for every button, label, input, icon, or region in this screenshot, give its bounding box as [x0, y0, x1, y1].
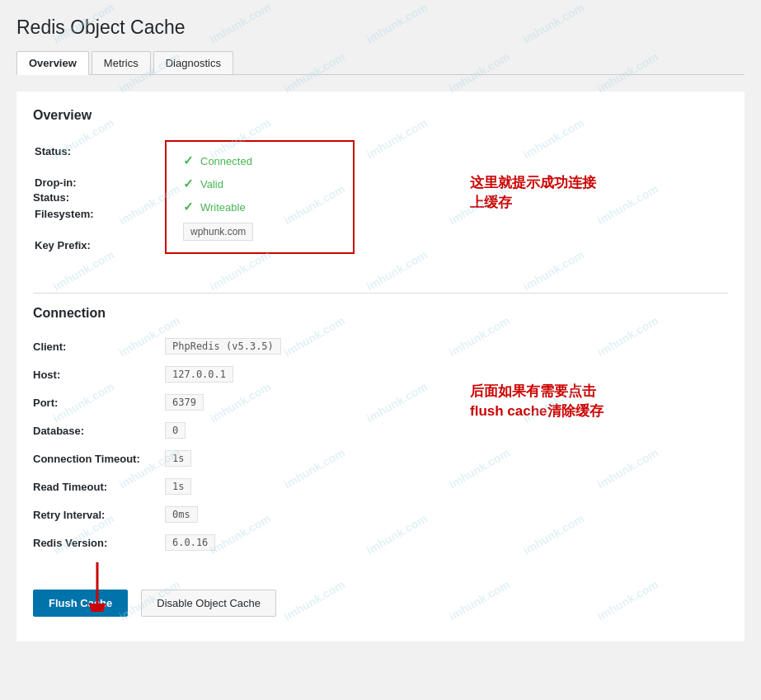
buttons-row: Flush Cache Disable Object Cache	[33, 590, 728, 617]
table-row-database: Database: 0	[33, 416, 728, 444]
table-row-read-timeout: Read Timeout: 1s	[33, 472, 728, 500]
check-icon-filesystem: ✓	[183, 200, 194, 214]
label-retry-interval: Retry Interval:	[33, 500, 165, 529]
overview-table: Status: ✓ Connected ✓ Valid	[33, 134, 445, 260]
value-port: 6379	[165, 394, 204, 411]
value-client: PhpRedis (v5.3.5)	[165, 338, 281, 355]
check-icon-dropin: ✓	[183, 176, 194, 191]
overview-heading: Overview	[33, 108, 728, 123]
tab-metrics[interactable]: Metrics	[92, 51, 151, 74]
label-host: Host:	[33, 360, 165, 388]
status-row-keyprefix: wphunk.com	[183, 223, 336, 241]
table-row-client: Client: PhpRedis (v5.3.5)	[33, 332, 728, 360]
label-port: Port:	[33, 388, 165, 416]
content-area: Overview Status: ✓ Connected	[16, 92, 745, 641]
overview-section: Overview Status: ✓ Connected	[33, 108, 728, 276]
status-connected: Connected	[200, 155, 252, 167]
page-title: Redis Object Cache	[16, 16, 745, 39]
value-connection-timeout: 1s	[165, 450, 191, 467]
status-dropin: Valid	[200, 178, 223, 190]
status-box: ✓ Connected ✓ Valid ✓ Writeable	[165, 140, 355, 254]
label-redis-version: Redis Version:	[33, 529, 165, 557]
flush-cache-button[interactable]: Flush Cache	[33, 590, 128, 617]
label-database: Database:	[33, 416, 165, 444]
key-prefix-value: wphunk.com	[183, 223, 253, 241]
value-database: 0	[165, 422, 186, 439]
table-row-retry-interval: Retry Interval: 0ms	[33, 500, 728, 529]
value-retry-interval: 0ms	[165, 506, 198, 523]
check-icon-connected: ✓	[183, 153, 194, 168]
label-client: Client:	[33, 332, 165, 360]
table-row-connection-timeout: Connection Timeout: 1s	[33, 444, 728, 472]
status-row-filesystem: ✓ Writeable	[183, 200, 336, 214]
table-row-redis-version: Redis Version: 6.0.16	[33, 529, 728, 557]
status-row-dropin: ✓ Valid	[183, 176, 336, 191]
status-row-connected: ✓ Connected	[183, 153, 336, 168]
table-row-host: Host: 127.0.0.1	[33, 360, 728, 388]
value-read-timeout: 1s	[165, 478, 191, 495]
value-host: 127.0.0.1	[165, 366, 233, 383]
value-redis-version: 6.0.16	[165, 534, 215, 551]
label-status: Status:	[33, 134, 165, 260]
page-wrapper: imhunk.com imhunk.com imhunk.com imhunk.…	[0, 0, 761, 700]
table-row-port: Port: 6379	[33, 388, 728, 416]
tab-overview[interactable]: Overview	[16, 51, 89, 75]
connection-table: Client: PhpRedis (v5.3.5) Host: 127.0.0.…	[33, 332, 728, 557]
divider-1	[33, 293, 728, 294]
label-connection-timeout: Connection Timeout:	[33, 444, 165, 472]
status-filesystem: Writeable	[200, 201, 246, 214]
tabs-container: Overview Metrics Diagnostics	[16, 51, 745, 75]
disable-object-cache-button[interactable]: Disable Object Cache	[141, 590, 276, 617]
connection-heading: Connection	[33, 306, 728, 321]
tab-diagnostics[interactable]: Diagnostics	[153, 51, 233, 74]
connection-section: Connection Client: PhpRedis (v5.3.5) Hos…	[33, 306, 728, 573]
table-row-status: Status: ✓ Connected ✓ Valid	[33, 134, 445, 260]
label-read-timeout: Read Timeout:	[33, 472, 165, 500]
